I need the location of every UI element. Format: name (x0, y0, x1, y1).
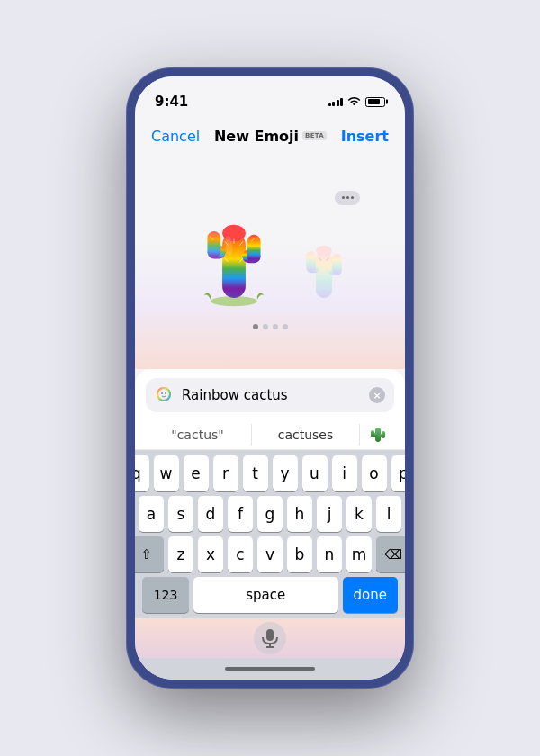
svg-point-6 (222, 224, 246, 240)
keyboard-panel: Rainbow cactus × "cactus" cactuses (135, 369, 405, 618)
key-row-3: ⇧ z x c v b n m ⌫ (142, 536, 398, 572)
nav-bar: Cancel New Emoji BETA Insert (135, 116, 405, 156)
nav-title: New Emoji BETA (214, 128, 327, 145)
key-row-1: q w e r t y u i o p (142, 455, 398, 491)
key-e[interactable]: e (184, 455, 209, 491)
key-z[interactable]: z (168, 536, 194, 572)
key-m[interactable]: m (346, 536, 372, 572)
mic-area (135, 618, 405, 658)
page-dots (253, 324, 288, 329)
key-p[interactable]: p (392, 455, 406, 491)
nav-title-area: New Emoji BETA (214, 128, 327, 145)
predictive-word-2[interactable]: cactuses (252, 424, 360, 446)
cactus-main-svg (189, 200, 279, 308)
signal-icon (328, 98, 344, 106)
mic-button[interactable] (254, 622, 286, 654)
page-dot-3[interactable] (273, 324, 278, 329)
done-key[interactable]: done (343, 577, 398, 613)
emoji-search-icon (155, 385, 175, 405)
emoji-area (135, 156, 405, 369)
status-bar: 9:41 (135, 76, 405, 116)
key-w[interactable]: w (154, 455, 179, 491)
svg-rect-3 (207, 231, 220, 258)
key-f[interactable]: f (228, 496, 253, 532)
key-r[interactable]: r (213, 455, 238, 491)
home-indicator-area (135, 658, 405, 680)
phone-screen: 9:41 Cancel New Em (135, 76, 405, 680)
cancel-button[interactable]: Cancel (151, 128, 200, 145)
status-icons (328, 95, 386, 108)
shift-key[interactable]: ⇧ (135, 536, 164, 572)
predictive-emoji[interactable] (360, 424, 396, 446)
key-k[interactable]: k (346, 496, 372, 532)
key-j[interactable]: j (317, 496, 342, 532)
key-o[interactable]: o (362, 455, 387, 491)
key-g[interactable]: g (257, 496, 283, 532)
key-c[interactable]: c (228, 536, 253, 572)
predictive-word-1[interactable]: "cactus" (144, 424, 252, 446)
mic-icon (262, 628, 278, 648)
page-dot-2[interactable] (263, 324, 268, 329)
insert-button[interactable]: Insert (341, 128, 389, 145)
predictive-bar: "cactus" cactuses (135, 419, 405, 450)
status-time: 9:41 (155, 94, 188, 110)
backspace-key[interactable]: ⌫ (376, 536, 405, 572)
numbers-key[interactable]: 123 (142, 577, 189, 613)
emoji-display (162, 182, 378, 317)
key-u[interactable]: u (302, 455, 328, 491)
search-bar[interactable]: Rainbow cactus × (146, 378, 394, 412)
phone-frame: 9:41 Cancel New Em (126, 68, 414, 688)
key-h[interactable]: h (287, 496, 312, 532)
key-v[interactable]: v (257, 536, 283, 572)
svg-point-26 (165, 392, 166, 394)
key-d[interactable]: d (198, 496, 223, 532)
key-i[interactable]: i (332, 455, 357, 491)
search-input[interactable]: Rainbow cactus (182, 387, 362, 403)
page-dot-4[interactable] (283, 324, 288, 329)
key-x[interactable]: x (198, 536, 223, 572)
keyboard-rows: q w e r t y u i o p a s d f g (135, 450, 405, 618)
secondary-cactus[interactable] (297, 227, 351, 308)
svg-rect-29 (371, 430, 374, 437)
key-b[interactable]: b (287, 536, 312, 572)
search-clear-button[interactable]: × (369, 387, 385, 403)
main-cactus[interactable] (189, 200, 279, 308)
svg-rect-31 (382, 431, 385, 438)
svg-rect-32 (266, 629, 274, 641)
key-t[interactable]: t (243, 455, 268, 491)
svg-point-20 (316, 245, 332, 256)
svg-point-24 (158, 388, 170, 400)
home-indicator[interactable] (225, 667, 315, 670)
key-l[interactable]: l (376, 496, 401, 532)
cactus-small-svg (297, 227, 351, 308)
key-q[interactable]: q (135, 455, 149, 491)
svg-rect-15 (316, 251, 332, 298)
key-n[interactable]: n (317, 536, 342, 572)
svg-rect-17 (306, 251, 316, 272)
key-s[interactable]: s (168, 496, 194, 532)
wifi-icon (347, 95, 361, 108)
page-dot-1[interactable] (253, 324, 258, 329)
space-key[interactable]: space (194, 577, 338, 613)
battery-icon (365, 97, 385, 107)
key-row-bottom: 123 space done (142, 577, 398, 618)
key-a[interactable]: a (139, 496, 164, 532)
beta-badge: BETA (302, 131, 327, 140)
key-row-2: a s d f g h j k l (142, 496, 398, 532)
more-options-button[interactable] (335, 191, 360, 205)
svg-point-25 (161, 392, 163, 394)
key-y[interactable]: y (273, 455, 298, 491)
svg-rect-19 (332, 253, 342, 274)
cactus-emoji-icon (367, 424, 389, 446)
